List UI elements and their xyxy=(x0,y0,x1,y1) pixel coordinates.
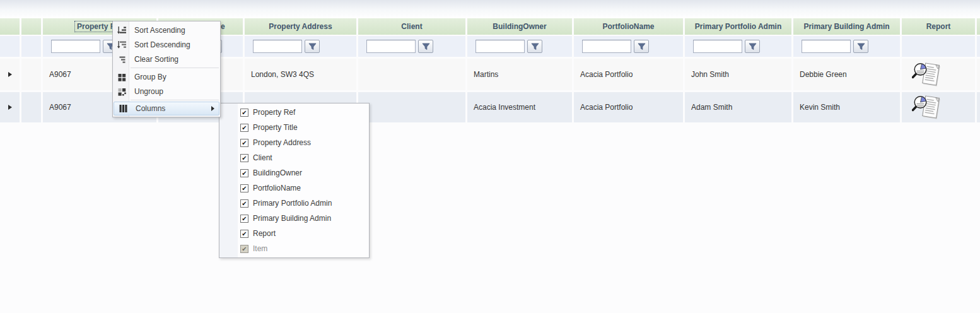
report-preview-icon xyxy=(912,94,941,121)
page: Property Ref Property Title Property Add… xyxy=(0,0,980,313)
report-header-label: Report xyxy=(926,22,951,31)
filter-funnel-icon xyxy=(857,43,865,50)
expand-arrow-icon xyxy=(8,105,12,110)
submenu-item-property-address[interactable]: Property Address xyxy=(219,135,369,150)
checkbox-checked-icon[interactable] xyxy=(240,154,248,162)
submenu-item-label: Item xyxy=(253,244,267,253)
primary-portfolio-admin-cell: Adam Smith xyxy=(685,92,791,122)
column-header-portfolio-name[interactable]: PortfolioName xyxy=(574,18,683,35)
primary-portfolio-admin-filter-button[interactable] xyxy=(745,40,760,53)
client-cell xyxy=(358,92,465,122)
checkbox-checked-icon[interactable] xyxy=(240,109,248,117)
submenu-item-label: Property Ref xyxy=(253,108,295,117)
ungroup-icon xyxy=(113,86,130,97)
property-address-filter-input[interactable] xyxy=(253,40,302,53)
portfolio-name-filter-input[interactable] xyxy=(582,40,631,53)
property-address-cell: London, SW3 4QS xyxy=(245,59,356,90)
submenu-item-label: Property Title xyxy=(253,123,298,132)
submenu-item-label: Primary Building Admin xyxy=(253,214,331,223)
submenu-item-label: BuildingOwner xyxy=(253,168,302,177)
filter-funnel-icon xyxy=(749,43,757,50)
column-header-client[interactable]: Client xyxy=(358,18,465,35)
submenu-item-report[interactable]: Report xyxy=(219,226,369,241)
group-by-icon xyxy=(113,72,130,82)
menu-item-sort-descending[interactable]: Sort Descending xyxy=(113,37,220,52)
property-address-header-label: Property Address xyxy=(269,22,332,31)
checkbox-checked-icon[interactable] xyxy=(240,139,248,147)
filter-cell-report xyxy=(902,36,975,57)
checkbox-checked-icon[interactable] xyxy=(240,199,248,208)
building-owner-filter-input[interactable] xyxy=(475,40,525,53)
submenu-item-building-owner[interactable]: BuildingOwner xyxy=(219,165,369,180)
checkbox-checked-icon[interactable] xyxy=(240,184,248,192)
filter-cell-building-owner xyxy=(467,36,572,57)
row-expand-button[interactable] xyxy=(0,59,20,90)
filter-cell-expand xyxy=(0,36,20,57)
row-edge-sliver xyxy=(977,92,980,122)
menu-separator xyxy=(131,68,219,68)
menu-separator xyxy=(131,100,219,100)
menu-item-label: Columns xyxy=(131,104,165,113)
sort-descending-icon xyxy=(113,40,130,50)
client-filter-input[interactable] xyxy=(366,40,416,53)
submenu-item-primary-portfolio-admin[interactable]: Primary Portfolio Admin xyxy=(219,196,369,211)
primary-building-admin-cell: Kevin Smith xyxy=(793,92,900,122)
filter-edge-sliver xyxy=(977,36,980,57)
filter-cell-primary-building-admin xyxy=(793,36,900,57)
menu-item-columns[interactable]: Columns xyxy=(114,102,219,115)
checkbox-checked-icon[interactable] xyxy=(240,124,248,132)
menu-item-ungroup[interactable]: Ungroup xyxy=(113,84,220,98)
sort-ascending-icon xyxy=(113,25,130,35)
portfolio-name-cell: Acacia Portfolio xyxy=(574,59,683,90)
submenu-item-label: PortfolioName xyxy=(253,184,301,192)
report-cell[interactable] xyxy=(902,92,975,122)
header-edge-sliver xyxy=(977,18,980,35)
client-filter-button[interactable] xyxy=(418,40,433,53)
primary-building-admin-filter-button[interactable] xyxy=(853,40,868,53)
submenu-item-portfolio-name[interactable]: PortfolioName xyxy=(219,180,369,196)
primary-building-admin-filter-input[interactable] xyxy=(802,40,851,53)
submenu-item-client[interactable]: Client xyxy=(219,150,369,165)
toolbar-strip xyxy=(0,0,980,18)
primary-portfolio-admin-filter-input[interactable] xyxy=(693,40,742,53)
primary-building-admin-cell: Debbie Green xyxy=(793,59,900,90)
column-header-property-address[interactable]: Property Address xyxy=(245,18,356,35)
submenu-item-primary-building-admin[interactable]: Primary Building Admin xyxy=(219,211,369,226)
submenu-item-label: Primary Portfolio Admin xyxy=(253,199,332,208)
portfolio-name-header-label: PortfolioName xyxy=(602,22,654,31)
filter-funnel-icon xyxy=(422,43,430,50)
checkbox-checked-icon[interactable] xyxy=(240,230,248,238)
submenu-item-item: Item xyxy=(219,241,369,256)
clear-sorting-icon xyxy=(113,54,130,64)
column-header-building-owner[interactable]: BuildingOwner xyxy=(467,18,572,35)
client-header-label: Client xyxy=(401,22,422,31)
columns-icon xyxy=(114,103,131,114)
column-header-primary-portfolio-admin[interactable]: Primary Portfolio Admin xyxy=(685,18,791,35)
row-indicator-cell xyxy=(21,59,41,90)
property-address-filter-button[interactable] xyxy=(305,40,320,53)
report-cell[interactable] xyxy=(902,59,975,90)
filter-cell-client xyxy=(358,36,465,57)
column-header-primary-building-admin[interactable]: Primary Building Admin xyxy=(793,18,900,35)
column-header-report[interactable]: Report xyxy=(902,18,975,35)
submenu-item-property-title[interactable]: Property Title xyxy=(219,120,369,135)
property-ref-filter-input[interactable] xyxy=(51,40,100,53)
menu-item-clear-sorting[interactable]: Clear Sorting xyxy=(113,52,220,66)
checkbox-checked-icon[interactable] xyxy=(240,169,248,177)
filter-cell-portfolio-name xyxy=(574,36,683,57)
building-owner-cell: Acacia Investment xyxy=(467,92,572,122)
menu-item-group-by[interactable]: Group By xyxy=(113,69,220,84)
primary-building-admin-header-label: Primary Building Admin xyxy=(803,22,889,31)
portfolio-name-cell: Acacia Portfolio xyxy=(574,92,683,122)
menu-item-sort-ascending[interactable]: Sort Ascending xyxy=(113,23,220,37)
building-owner-filter-button[interactable] xyxy=(527,40,542,53)
client-cell xyxy=(358,59,465,90)
checkbox-checked-icon[interactable] xyxy=(240,215,248,223)
filter-cell-primary-portfolio-admin xyxy=(685,36,791,57)
submenu-item-property-ref[interactable]: Property Ref xyxy=(219,105,369,120)
row-expand-button[interactable] xyxy=(0,92,20,122)
portfolio-name-filter-button[interactable] xyxy=(634,40,649,53)
report-preview-icon xyxy=(912,61,941,88)
filter-funnel-icon xyxy=(531,43,539,50)
submenu-item-label: Client xyxy=(253,153,272,162)
